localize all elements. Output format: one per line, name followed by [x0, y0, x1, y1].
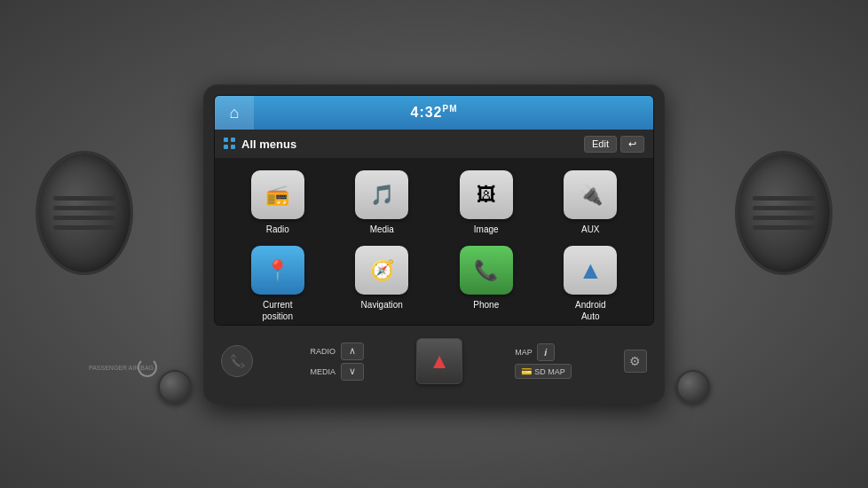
edit-button[interactable]: Edit — [584, 136, 617, 153]
subheader-buttons: Edit ↩ — [584, 136, 644, 153]
time-suffix: PM — [443, 104, 458, 114]
sd-map-button[interactable]: 💳 SD MAP — [515, 364, 572, 379]
media-down-button[interactable]: ∨ — [341, 363, 364, 381]
app-navigation[interactable]: 🧭 Navigation — [335, 246, 430, 322]
app-current-position[interactable]: 📍 Currentposition — [231, 246, 325, 322]
infotainment-screen: ⌂ 4:32PM All menus E — [214, 95, 654, 326]
all-menus-text: All menus — [241, 138, 296, 151]
time-display: 4:32PM — [410, 104, 457, 121]
media-label: MEDIA — [305, 367, 335, 376]
grid-dot — [231, 145, 235, 149]
map-label-text: MAP — [515, 348, 533, 357]
back-button[interactable]: ↩ — [620, 136, 644, 153]
grid-dot — [224, 145, 228, 149]
current-position-icon: 📍 — [251, 246, 304, 295]
dashboard: PASSENGER AIR BAG ⌂ 4:32PM — [0, 0, 868, 488]
app-media[interactable]: 🎵 Media — [335, 170, 430, 235]
phone-label: Phone — [473, 299, 499, 311]
vent-slat — [753, 225, 815, 230]
screen-subheader: All menus Edit ↩ — [215, 130, 653, 158]
vent-slat — [753, 206, 815, 210]
app-aux[interactable]: 🔌 AUX — [544, 170, 638, 235]
app-android-auto[interactable]: ▲ AndroidAuto — [544, 246, 638, 322]
all-menus-label: All menus — [224, 138, 296, 151]
aux-label: AUX — [581, 224, 600, 235]
left-vent — [36, 151, 133, 275]
map-info-button[interactable]: i — [537, 343, 555, 361]
vent-slat — [753, 196, 815, 201]
call-button[interactable]: 📞 — [221, 345, 253, 377]
radio-up-button[interactable]: ∧ — [341, 342, 364, 360]
radio-icon: 📻 — [251, 170, 304, 219]
vent-slat — [53, 216, 115, 220]
head-unit: ⌂ 4:32PM All menus E — [203, 84, 665, 404]
right-knob[interactable] — [676, 370, 710, 404]
vent-slat — [753, 216, 815, 220]
control-bar: 📞 RADIO ∧ MEDIA ∨ ▲ MAP i — [214, 333, 654, 390]
navigation-icon: 🧭 — [355, 246, 408, 295]
vent-slat — [53, 225, 115, 230]
phone-icon: 📞 — [460, 246, 513, 295]
radio-media-controls: RADIO ∧ MEDIA ∨ — [305, 342, 364, 381]
navigation-label: Navigation — [361, 299, 403, 311]
radio-row: RADIO ∧ — [305, 342, 364, 360]
app-grid: 📻 Radio 🎵 Media 🖼 Image 🔌 AUX 📍 — [215, 158, 653, 326]
home-icon: ⌂ — [230, 104, 240, 122]
sd-map-row: 💳 SD MAP — [515, 364, 572, 379]
media-label: Media — [370, 224, 394, 235]
settings-button[interactable]: ⚙ — [624, 350, 647, 373]
grid-dot — [224, 138, 228, 142]
aux-icon: 🔌 — [564, 170, 617, 219]
grid-dot — [231, 138, 235, 142]
grid-icon — [224, 138, 236, 150]
map-controls: MAP i 💳 SD MAP — [515, 343, 572, 379]
map-row: MAP i — [515, 343, 572, 361]
current-position-label: Currentposition — [263, 299, 293, 322]
vent-slat — [53, 206, 115, 210]
android-auto-label: AndroidAuto — [575, 299, 605, 322]
home-button[interactable]: ⌂ — [215, 96, 254, 130]
right-vent — [735, 151, 832, 275]
vent-slat — [53, 196, 115, 201]
app-image[interactable]: 🖼 Image — [439, 170, 533, 235]
image-label: Image — [474, 224, 499, 235]
app-phone[interactable]: 📞 Phone — [439, 246, 533, 322]
gear-icon: ⚙ — [629, 354, 641, 368]
image-icon: 🖼 — [460, 170, 513, 219]
power-icon — [138, 358, 157, 377]
screen-header: ⌂ 4:32PM — [215, 96, 653, 130]
media-row: MEDIA ∨ — [305, 363, 364, 381]
sd-map-label: SD MAP — [534, 367, 565, 376]
android-auto-icon: ▲ — [564, 246, 617, 295]
hazard-icon: ▲ — [429, 349, 450, 374]
time-value: 4:32 — [410, 106, 442, 121]
sd-icon: 💳 — [521, 366, 532, 376]
media-icon: 🎵 — [355, 170, 408, 219]
left-knob[interactable] — [158, 370, 192, 404]
hazard-button[interactable]: ▲ — [416, 338, 462, 384]
app-radio[interactable]: 📻 Radio — [231, 170, 325, 235]
radio-label: Radio — [266, 224, 289, 235]
radio-label: RADIO — [305, 347, 335, 356]
